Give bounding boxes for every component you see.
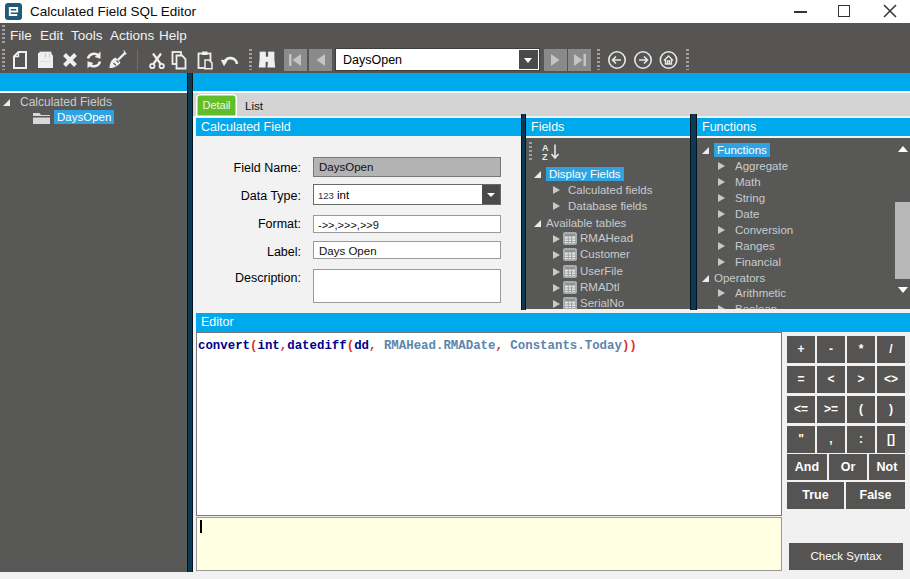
svg-text:A: A [542, 143, 549, 153]
svg-text:Z: Z [542, 152, 548, 162]
